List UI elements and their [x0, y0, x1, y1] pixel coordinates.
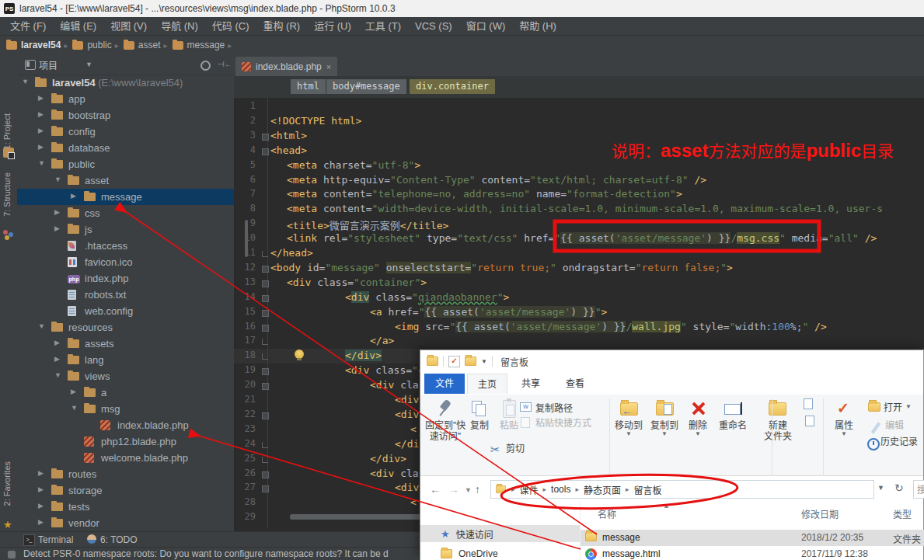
menu-item[interactable]: VCS (S)	[408, 17, 459, 36]
project-tool-icon[interactable]	[3, 148, 14, 158]
chevron-expanded-icon[interactable]: ▼	[38, 159, 45, 167]
tree-row[interactable]: ▶css	[17, 205, 234, 221]
menu-item[interactable]: 编辑 (E)	[53, 17, 103, 36]
address-bar[interactable]: ▸课件▸tools▸静态页面▸留言板	[490, 480, 874, 499]
code-line[interactable]: 13<div class="container">	[234, 276, 924, 290]
status-message[interactable]: Detect PSR-0 namespace roots: Do you wan…	[23, 548, 389, 559]
tab-file[interactable]: 文件	[424, 374, 465, 394]
code-line[interactable]: 4<head>	[234, 144, 924, 158]
fold-marker-icon[interactable]	[262, 471, 269, 478]
up-icon[interactable]: ↑	[475, 483, 480, 496]
tool-window-favorites[interactable]: 2: Favorites	[2, 461, 12, 506]
chevron-collapsed-icon[interactable]: ▶	[38, 518, 44, 526]
chevron-expanded-icon[interactable]: ▼	[54, 176, 61, 183]
file-row[interactable]: message.html2017/11/9 12:38	[581, 546, 924, 560]
tree-row[interactable]: ▶js	[17, 221, 234, 238]
ribbon-small2-button[interactable]	[804, 416, 817, 426]
ribbon-copyto-button[interactable]: 复制到▼	[647, 398, 682, 437]
chevron-expanded-icon[interactable]: ▼	[54, 371, 61, 379]
ribbon-newfolder-button[interactable]: 新建文件夹	[758, 398, 798, 442]
address-crumb[interactable]: 留言板	[634, 483, 662, 496]
tab-index-blade[interactable]: index.blade.php ×	[235, 57, 337, 76]
fold-marker-icon[interactable]	[262, 251, 268, 257]
terminal-icon[interactable]: >_	[23, 534, 35, 546]
fold-marker-icon[interactable]	[262, 368, 269, 375]
todo-icon[interactable]	[87, 534, 96, 544]
chevron-collapsed-icon[interactable]: ▶	[38, 143, 44, 151]
tab-share[interactable]: 共享	[510, 374, 552, 394]
back-icon[interactable]: ←	[430, 483, 441, 496]
nav-crumb[interactable]: message	[173, 40, 225, 50]
chevron-down-icon[interactable]: ▼	[465, 486, 472, 494]
tool-window-structure[interactable]: 7: Structure	[2, 172, 12, 217]
chevron-collapsed-icon[interactable]: ▶	[38, 110, 44, 118]
column-header[interactable]: 名称	[598, 507, 616, 520]
chevron-collapsed-icon[interactable]: ▶	[38, 502, 44, 510]
chevron-collapsed-icon[interactable]: ▶	[38, 485, 44, 493]
tree-row[interactable]: ▶storage	[17, 482, 234, 499]
sort-asc-icon[interactable]: ▲	[663, 502, 670, 510]
fold-marker-icon[interactable]	[262, 457, 268, 463]
tab-home[interactable]: 主页	[467, 374, 507, 394]
forward-icon[interactable]: →	[448, 483, 459, 496]
tree-row[interactable]: ▶lang	[17, 352, 234, 368]
chevron-collapsed-icon[interactable]: ▶	[54, 208, 60, 216]
new-folder-quick-icon[interactable]	[465, 357, 476, 366]
column-header[interactable]: 修改日期	[801, 507, 839, 520]
ribbon-rename-button[interactable]: 重命名	[714, 398, 751, 431]
tree-row[interactable]: ▶routes	[17, 466, 234, 482]
search-input[interactable]: 搜	[913, 480, 924, 499]
collapse-panel-icon[interactable]: ⊣←	[218, 60, 232, 68]
tree-row[interactable]: ▶app	[17, 91, 234, 107]
column-header[interactable]: 类型	[893, 507, 912, 520]
tree-row[interactable]: .htaccess	[17, 238, 234, 254]
crumb-container[interactable]: div.container	[410, 79, 495, 94]
fold-marker-icon[interactable]	[262, 412, 269, 419]
ribbon-history-button[interactable]: 历史记录	[865, 434, 918, 447]
tree-row[interactable]: index.blade.php	[17, 417, 234, 433]
address-crumb[interactable]: 课件	[520, 483, 539, 496]
code-line[interactable]: 1	[234, 99, 924, 114]
code-line[interactable]: 2<!DOCTYPE html>	[234, 114, 924, 129]
menu-item[interactable]: 重构 (R)	[256, 17, 307, 36]
chevron-collapsed-icon[interactable]: ▶	[71, 192, 76, 200]
code-line[interactable]: 11</head>	[234, 246, 924, 261]
ribbon-open-button[interactable]: 打开▼	[868, 400, 912, 413]
code-line[interactable]: 10<link rel="stylesheet" type="text/css"…	[234, 231, 924, 246]
crumb-body[interactable]: body#message	[326, 79, 406, 94]
tree-row[interactable]: ▶message	[17, 189, 234, 205]
code-line[interactable]: 9<title>微留言演示案例</title>	[234, 217, 924, 231]
fold-marker-icon[interactable]	[262, 266, 269, 273]
fold-marker-icon[interactable]	[262, 310, 269, 317]
properties-quick-icon[interactable]: ✓	[448, 356, 460, 367]
tree-row[interactable]: php12.blade.php	[17, 433, 234, 450]
tree-row[interactable]: ▼public	[17, 156, 234, 172]
menu-item[interactable]: 文件 (F)	[3, 17, 53, 36]
sidebar-item-onedrive[interactable]: OneDrive	[420, 545, 580, 560]
fold-marker-icon[interactable]	[262, 280, 269, 287]
code-line[interactable]: 12<body id="message" onselectstart="retu…	[234, 261, 924, 276]
tree-row[interactable]: ▼asset	[17, 172, 234, 189]
ribbon-small1-button[interactable]	[803, 398, 815, 409]
tab-view[interactable]: 查看	[554, 374, 596, 394]
code-line[interactable]: 7<meta content="telephone=no, address=no…	[234, 187, 924, 202]
chevron-expanded-icon[interactable]: ▼	[71, 404, 78, 412]
tree-row[interactable]: favicon.ico	[17, 254, 234, 270]
fold-marker-icon[interactable]	[262, 383, 269, 390]
tree-row[interactable]: robots.txt	[17, 287, 234, 303]
refresh-icon[interactable]: ↻	[894, 482, 904, 494]
chevron-collapsed-icon[interactable]: ▶	[38, 469, 44, 477]
menu-item[interactable]: 代码 (C)	[205, 17, 256, 36]
tree-row[interactable]: ▶config	[17, 123, 234, 140]
tree-row[interactable]: ▶bootstrap	[17, 107, 234, 123]
fold-marker-icon[interactable]	[262, 295, 269, 302]
chevron-expanded-icon[interactable]: ▼	[38, 322, 45, 330]
tree-row[interactable]: ▼msg	[17, 401, 234, 417]
chevron-collapsed-icon[interactable]: ▶	[54, 355, 60, 363]
tree-row[interactable]: ▶a	[17, 384, 234, 401]
sidebar-item-quick-access[interactable]: ★快速访问	[420, 525, 580, 542]
project-panel-title[interactable]: 项目	[39, 58, 58, 71]
chevron-collapsed-icon[interactable]: ▶	[54, 339, 60, 346]
chevron-collapsed-icon[interactable]: ▶	[71, 388, 76, 395]
menu-item[interactable]: 窗口 (W)	[459, 17, 513, 36]
